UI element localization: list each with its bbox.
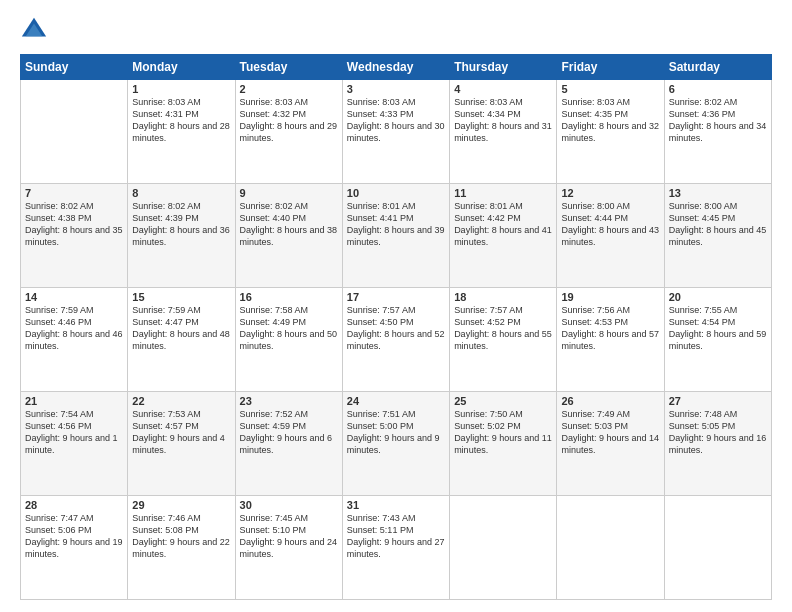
calendar-cell: 19Sunrise: 7:56 AM Sunset: 4:53 PM Dayli… [557, 288, 664, 392]
calendar-header-friday: Friday [557, 55, 664, 80]
calendar-table: SundayMondayTuesdayWednesdayThursdayFrid… [20, 54, 772, 600]
logo-icon [20, 16, 48, 44]
calendar-cell: 6Sunrise: 8:02 AM Sunset: 4:36 PM Daylig… [664, 80, 771, 184]
day-info: Sunrise: 8:02 AM Sunset: 4:39 PM Dayligh… [132, 200, 230, 249]
day-number: 13 [669, 187, 767, 199]
day-number: 28 [25, 499, 123, 511]
calendar-cell: 21Sunrise: 7:54 AM Sunset: 4:56 PM Dayli… [21, 392, 128, 496]
calendar-cell: 25Sunrise: 7:50 AM Sunset: 5:02 PM Dayli… [450, 392, 557, 496]
day-info: Sunrise: 7:52 AM Sunset: 4:59 PM Dayligh… [240, 408, 338, 457]
calendar-week-row: 14Sunrise: 7:59 AM Sunset: 4:46 PM Dayli… [21, 288, 772, 392]
calendar-cell: 1Sunrise: 8:03 AM Sunset: 4:31 PM Daylig… [128, 80, 235, 184]
day-info: Sunrise: 7:49 AM Sunset: 5:03 PM Dayligh… [561, 408, 659, 457]
day-info: Sunrise: 7:53 AM Sunset: 4:57 PM Dayligh… [132, 408, 230, 457]
calendar-cell: 28Sunrise: 7:47 AM Sunset: 5:06 PM Dayli… [21, 496, 128, 600]
logo [20, 16, 52, 44]
calendar-cell: 18Sunrise: 7:57 AM Sunset: 4:52 PM Dayli… [450, 288, 557, 392]
calendar-week-row: 1Sunrise: 8:03 AM Sunset: 4:31 PM Daylig… [21, 80, 772, 184]
day-info: Sunrise: 7:47 AM Sunset: 5:06 PM Dayligh… [25, 512, 123, 561]
day-number: 25 [454, 395, 552, 407]
page: SundayMondayTuesdayWednesdayThursdayFrid… [0, 0, 792, 612]
calendar-cell: 30Sunrise: 7:45 AM Sunset: 5:10 PM Dayli… [235, 496, 342, 600]
day-info: Sunrise: 8:02 AM Sunset: 4:36 PM Dayligh… [669, 96, 767, 145]
day-number: 18 [454, 291, 552, 303]
day-info: Sunrise: 8:01 AM Sunset: 4:41 PM Dayligh… [347, 200, 445, 249]
day-number: 6 [669, 83, 767, 95]
calendar-cell: 22Sunrise: 7:53 AM Sunset: 4:57 PM Dayli… [128, 392, 235, 496]
day-number: 10 [347, 187, 445, 199]
day-number: 26 [561, 395, 659, 407]
calendar-cell [664, 496, 771, 600]
day-number: 17 [347, 291, 445, 303]
day-number: 24 [347, 395, 445, 407]
day-info: Sunrise: 7:51 AM Sunset: 5:00 PM Dayligh… [347, 408, 445, 457]
header [20, 16, 772, 44]
calendar-cell: 3Sunrise: 8:03 AM Sunset: 4:33 PM Daylig… [342, 80, 449, 184]
calendar-cell: 15Sunrise: 7:59 AM Sunset: 4:47 PM Dayli… [128, 288, 235, 392]
day-info: Sunrise: 7:46 AM Sunset: 5:08 PM Dayligh… [132, 512, 230, 561]
day-info: Sunrise: 8:03 AM Sunset: 4:34 PM Dayligh… [454, 96, 552, 145]
day-number: 4 [454, 83, 552, 95]
day-info: Sunrise: 7:55 AM Sunset: 4:54 PM Dayligh… [669, 304, 767, 353]
day-info: Sunrise: 7:59 AM Sunset: 4:47 PM Dayligh… [132, 304, 230, 353]
day-info: Sunrise: 8:02 AM Sunset: 4:38 PM Dayligh… [25, 200, 123, 249]
day-info: Sunrise: 8:01 AM Sunset: 4:42 PM Dayligh… [454, 200, 552, 249]
day-info: Sunrise: 7:57 AM Sunset: 4:52 PM Dayligh… [454, 304, 552, 353]
calendar-cell: 13Sunrise: 8:00 AM Sunset: 4:45 PM Dayli… [664, 184, 771, 288]
calendar-cell: 24Sunrise: 7:51 AM Sunset: 5:00 PM Dayli… [342, 392, 449, 496]
day-info: Sunrise: 8:00 AM Sunset: 4:45 PM Dayligh… [669, 200, 767, 249]
calendar-cell: 7Sunrise: 8:02 AM Sunset: 4:38 PM Daylig… [21, 184, 128, 288]
day-number: 27 [669, 395, 767, 407]
calendar-cell: 8Sunrise: 8:02 AM Sunset: 4:39 PM Daylig… [128, 184, 235, 288]
calendar-cell: 16Sunrise: 7:58 AM Sunset: 4:49 PM Dayli… [235, 288, 342, 392]
calendar-header-monday: Monday [128, 55, 235, 80]
day-info: Sunrise: 7:54 AM Sunset: 4:56 PM Dayligh… [25, 408, 123, 457]
day-info: Sunrise: 8:03 AM Sunset: 4:31 PM Dayligh… [132, 96, 230, 145]
calendar-week-row: 21Sunrise: 7:54 AM Sunset: 4:56 PM Dayli… [21, 392, 772, 496]
calendar-header-tuesday: Tuesday [235, 55, 342, 80]
day-number: 31 [347, 499, 445, 511]
day-number: 9 [240, 187, 338, 199]
calendar-header-row: SundayMondayTuesdayWednesdayThursdayFrid… [21, 55, 772, 80]
calendar-cell: 9Sunrise: 8:02 AM Sunset: 4:40 PM Daylig… [235, 184, 342, 288]
calendar-week-row: 28Sunrise: 7:47 AM Sunset: 5:06 PM Dayli… [21, 496, 772, 600]
calendar-cell: 29Sunrise: 7:46 AM Sunset: 5:08 PM Dayli… [128, 496, 235, 600]
day-number: 5 [561, 83, 659, 95]
calendar-week-row: 7Sunrise: 8:02 AM Sunset: 4:38 PM Daylig… [21, 184, 772, 288]
day-info: Sunrise: 8:00 AM Sunset: 4:44 PM Dayligh… [561, 200, 659, 249]
day-number: 22 [132, 395, 230, 407]
calendar-cell: 12Sunrise: 8:00 AM Sunset: 4:44 PM Dayli… [557, 184, 664, 288]
day-number: 20 [669, 291, 767, 303]
day-info: Sunrise: 7:56 AM Sunset: 4:53 PM Dayligh… [561, 304, 659, 353]
day-number: 19 [561, 291, 659, 303]
day-number: 23 [240, 395, 338, 407]
day-number: 3 [347, 83, 445, 95]
day-info: Sunrise: 7:59 AM Sunset: 4:46 PM Dayligh… [25, 304, 123, 353]
day-info: Sunrise: 7:57 AM Sunset: 4:50 PM Dayligh… [347, 304, 445, 353]
calendar-cell: 11Sunrise: 8:01 AM Sunset: 4:42 PM Dayli… [450, 184, 557, 288]
day-number: 15 [132, 291, 230, 303]
day-info: Sunrise: 8:02 AM Sunset: 4:40 PM Dayligh… [240, 200, 338, 249]
calendar-cell: 31Sunrise: 7:43 AM Sunset: 5:11 PM Dayli… [342, 496, 449, 600]
calendar-cell: 4Sunrise: 8:03 AM Sunset: 4:34 PM Daylig… [450, 80, 557, 184]
calendar-cell: 14Sunrise: 7:59 AM Sunset: 4:46 PM Dayli… [21, 288, 128, 392]
day-number: 12 [561, 187, 659, 199]
day-number: 21 [25, 395, 123, 407]
calendar-header-saturday: Saturday [664, 55, 771, 80]
day-number: 2 [240, 83, 338, 95]
calendar-cell [21, 80, 128, 184]
calendar-header-sunday: Sunday [21, 55, 128, 80]
day-number: 30 [240, 499, 338, 511]
day-info: Sunrise: 7:45 AM Sunset: 5:10 PM Dayligh… [240, 512, 338, 561]
calendar-cell [557, 496, 664, 600]
day-number: 14 [25, 291, 123, 303]
calendar-cell: 20Sunrise: 7:55 AM Sunset: 4:54 PM Dayli… [664, 288, 771, 392]
day-number: 8 [132, 187, 230, 199]
day-info: Sunrise: 8:03 AM Sunset: 4:33 PM Dayligh… [347, 96, 445, 145]
day-number: 7 [25, 187, 123, 199]
day-number: 16 [240, 291, 338, 303]
day-info: Sunrise: 7:43 AM Sunset: 5:11 PM Dayligh… [347, 512, 445, 561]
day-number: 11 [454, 187, 552, 199]
day-info: Sunrise: 7:50 AM Sunset: 5:02 PM Dayligh… [454, 408, 552, 457]
day-info: Sunrise: 8:03 AM Sunset: 4:35 PM Dayligh… [561, 96, 659, 145]
